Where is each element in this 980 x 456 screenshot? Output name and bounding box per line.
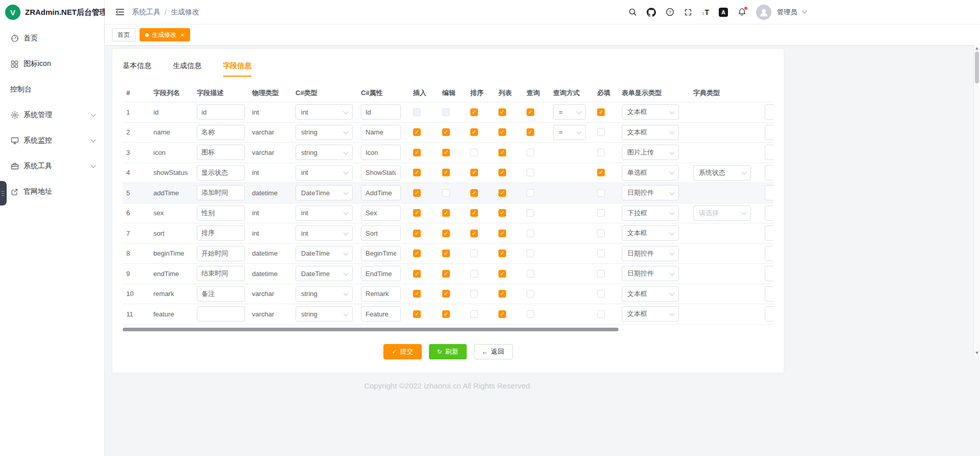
display-type-select[interactable]: 日期控件 [622, 185, 679, 200]
csharp-type-select[interactable]: int [295, 206, 353, 221]
sort-checkbox[interactable]: ✓ [470, 189, 478, 197]
list-checkbox[interactable]: ✓ [498, 230, 506, 237]
query-checkbox[interactable] [527, 209, 534, 217]
sidebar-item-official-site[interactable]: 官网地址 [0, 179, 104, 204]
dict-type-select[interactable]: 请选择 [693, 206, 751, 221]
insert-checkbox[interactable] [413, 108, 421, 116]
scrollbar-thumb[interactable] [123, 328, 619, 331]
description-input[interactable] [197, 185, 245, 200]
extra-input[interactable] [765, 225, 773, 241]
sidebar-item-icons[interactable]: 图标icon [0, 51, 104, 77]
sidebar-item-home[interactable]: 首页 [0, 26, 104, 51]
csharp-type-select[interactable]: string [295, 125, 353, 140]
display-type-select[interactable]: 日期控件 [622, 266, 679, 281]
insert-checkbox[interactable]: ✓ [413, 169, 421, 176]
scroll-up-arrow[interactable] [974, 45, 980, 51]
insert-checkbox[interactable]: ✓ [413, 249, 421, 257]
list-checkbox[interactable]: ✓ [498, 209, 506, 217]
edit-checkbox[interactable] [442, 108, 450, 116]
edit-checkbox[interactable]: ✓ [442, 230, 450, 237]
query-checkbox[interactable]: ✓ [527, 108, 534, 116]
required-checkbox[interactable] [597, 128, 605, 136]
csharp-attr-input[interactable] [361, 286, 401, 302]
edit-checkbox[interactable]: ✓ [442, 249, 450, 257]
description-input[interactable] [197, 165, 245, 180]
description-input[interactable] [197, 225, 245, 241]
display-type-select[interactable]: 单选框 [622, 165, 679, 180]
display-type-select[interactable]: 文本框 [622, 125, 679, 140]
required-checkbox[interactable] [597, 209, 605, 217]
query-checkbox[interactable] [527, 169, 534, 176]
help-icon[interactable]: ? [666, 8, 674, 16]
description-input[interactable] [197, 286, 245, 302]
sidebar-item-system-monitor[interactable]: 系统监控 [0, 128, 104, 153]
list-checkbox[interactable]: ✓ [498, 108, 506, 116]
list-checkbox[interactable]: ✓ [498, 189, 506, 197]
back-button[interactable]: ← 返回 [474, 344, 513, 359]
list-checkbox[interactable]: ✓ [498, 149, 506, 156]
edit-checkbox[interactable]: ✓ [442, 149, 450, 156]
sort-checkbox[interactable] [470, 249, 478, 257]
submit-button[interactable]: ✓ 提交 [383, 344, 421, 359]
description-input[interactable] [197, 266, 245, 281]
extra-input[interactable] [765, 125, 773, 140]
list-checkbox[interactable]: ✓ [498, 249, 506, 257]
display-type-select[interactable]: 文本框 [622, 225, 679, 241]
query-checkbox[interactable] [527, 270, 534, 278]
csharp-type-select[interactable]: string [295, 286, 353, 302]
insert-checkbox[interactable]: ✓ [413, 209, 421, 217]
csharp-type-select[interactable]: DateTime [295, 185, 353, 200]
extra-input[interactable] [765, 165, 773, 180]
display-type-select[interactable]: 文本框 [622, 286, 679, 302]
query-mode-select[interactable]: = [553, 104, 586, 120]
required-checkbox[interactable]: ✓ [597, 169, 605, 176]
csharp-attr-input[interactable] [361, 185, 401, 200]
extra-input[interactable] [765, 145, 773, 160]
display-type-select[interactable]: 文本框 [622, 306, 679, 322]
tag-home[interactable]: 首页 [112, 28, 135, 41]
tab-gen-info[interactable]: 生成信息 [173, 61, 201, 77]
list-checkbox[interactable]: ✓ [498, 310, 506, 318]
sort-checkbox[interactable]: ✓ [470, 230, 478, 237]
extra-input[interactable] [765, 246, 773, 261]
language-icon[interactable]: A [719, 8, 728, 17]
sidebar-item-system-manage[interactable]: 系统管理 [0, 102, 104, 128]
edit-checkbox[interactable] [442, 189, 450, 197]
csharp-attr-input[interactable] [361, 206, 401, 221]
dict-type-select[interactable]: 系统状态 [693, 165, 751, 180]
required-checkbox[interactable] [597, 189, 605, 197]
display-type-select[interactable]: 下拉框 [622, 206, 679, 221]
csharp-attr-input[interactable] [361, 165, 401, 180]
description-input[interactable] [197, 306, 245, 322]
fullscreen-icon[interactable] [684, 8, 692, 16]
sort-checkbox[interactable] [470, 310, 478, 318]
description-input[interactable] [197, 104, 245, 120]
sort-checkbox[interactable] [470, 290, 478, 298]
csharp-type-select[interactable]: int [295, 104, 353, 120]
theme-drawer-handle[interactable] [0, 181, 7, 206]
insert-checkbox[interactable]: ✓ [413, 189, 421, 197]
chevron-down-icon[interactable] [802, 9, 807, 14]
query-mode-select[interactable]: = [553, 125, 586, 140]
query-checkbox[interactable] [527, 230, 534, 237]
sidebar-item-system-tools[interactable]: 系统工具 [0, 153, 104, 179]
csharp-type-select[interactable]: string [295, 145, 353, 160]
edit-checkbox[interactable]: ✓ [442, 270, 450, 278]
sidebar-collapse-icon[interactable] [115, 8, 125, 16]
edit-checkbox[interactable]: ✓ [442, 209, 450, 217]
csharp-attr-input[interactable] [361, 145, 401, 160]
csharp-type-select[interactable]: int [295, 225, 353, 241]
sort-checkbox[interactable]: ✓ [470, 108, 478, 116]
required-checkbox[interactable] [597, 270, 605, 278]
csharp-type-select[interactable]: DateTime [295, 246, 353, 261]
tag-active[interactable]: 生成修改 × [140, 28, 190, 41]
extra-input[interactable] [765, 185, 773, 200]
edit-checkbox[interactable]: ✓ [442, 169, 450, 176]
github-icon[interactable] [647, 8, 656, 17]
query-checkbox[interactable] [527, 249, 534, 257]
query-checkbox[interactable] [527, 310, 534, 318]
insert-checkbox[interactable]: ✓ [413, 149, 421, 156]
description-input[interactable] [197, 246, 245, 261]
insert-checkbox[interactable]: ✓ [413, 230, 421, 237]
query-checkbox[interactable] [527, 149, 534, 156]
